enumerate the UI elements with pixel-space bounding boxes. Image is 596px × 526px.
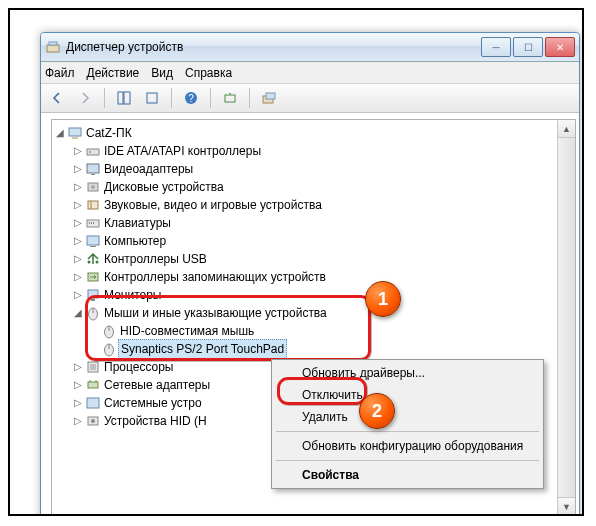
menu-file[interactable]: Файл [45,66,75,80]
device-manager-window: Диспетчер устройств ─ ☐ ✕ Файл Действие … [40,32,580,516]
tree-node-synaptics[interactable]: Synaptics PS/2 Port TouchPad [54,340,573,358]
toolbar-separator [171,88,172,108]
scroll-up-arrow[interactable]: ▲ [558,120,575,138]
devices-icon-button[interactable] [257,86,281,110]
tree-node-mice[interactable]: ◢ Мыши и иные указывающие устройства [54,304,573,322]
menu-separator [276,460,539,461]
context-menu: Обновить драйверы... Отключить Удалить О… [271,359,544,489]
minimize-button[interactable]: ─ [481,37,511,57]
device-category-icon [85,197,101,213]
svg-rect-38 [90,364,96,370]
svg-rect-10 [69,128,81,136]
root-label: CatZ-ПК [86,124,132,142]
window-title: Диспетчер устройств [66,40,481,54]
menu-help[interactable]: Справка [185,66,232,80]
device-category-icon [85,215,101,231]
svg-rect-4 [147,93,157,103]
menu-view[interactable]: Вид [151,66,173,80]
device-category-icon [85,413,101,429]
vertical-scrollbar[interactable]: ▲ ▼ [557,120,575,515]
tree-node[interactable]: ▷Звуковые, видео и игровые устройства [54,196,573,214]
svg-rect-9 [266,93,275,99]
help-button[interactable]: ? [179,86,203,110]
collapse-icon[interactable]: ◢ [72,304,84,322]
svg-rect-29 [88,290,98,298]
tree-node[interactable]: ▷Мониторы [54,286,573,304]
expand-icon[interactable]: ▷ [72,250,84,268]
tree-root[interactable]: ◢ CatZ-ПК [54,124,573,142]
device-category-icon [85,359,101,375]
scroll-track[interactable] [558,138,575,497]
tree-node[interactable]: ▷Дисковые устройства [54,178,573,196]
tree-node[interactable]: ▷Компьютер [54,232,573,250]
menu-refresh-config[interactable]: Обновить конфигурацию оборудования [274,435,541,457]
svg-point-13 [89,151,91,153]
svg-rect-12 [87,149,99,155]
svg-rect-14 [87,164,99,173]
forward-button[interactable] [73,86,97,110]
tree-node-hid-mouse[interactable]: HID-совместимая мышь [54,322,573,340]
tree-node[interactable]: ▷Клавиатуры [54,214,573,232]
toolbar-separator [210,88,211,108]
device-category-icon [85,251,101,267]
expand-icon[interactable]: ▷ [72,376,84,394]
expand-icon[interactable]: ▷ [72,178,84,196]
menubar: Файл Действие Вид Справка [41,62,579,84]
device-category-icon [85,269,101,285]
menu-update-drivers[interactable]: Обновить драйверы... [274,362,541,384]
menu-delete[interactable]: Удалить [274,406,541,428]
menu-action[interactable]: Действие [87,66,140,80]
svg-rect-1 [49,42,57,45]
expand-icon[interactable]: ▷ [72,358,84,376]
tree-node-label: Видеоадаптеры [104,160,193,178]
maximize-button[interactable]: ☐ [513,37,543,57]
menu-disable[interactable]: Отключить [274,384,541,406]
expand-icon[interactable]: ▷ [72,232,84,250]
expand-icon[interactable]: ▷ [72,412,84,430]
titlebar[interactable]: Диспетчер устройств ─ ☐ ✕ [41,33,579,62]
tree-node-label: Процессоры [104,358,174,376]
svg-rect-25 [90,246,96,247]
synaptics-label: Synaptics PS/2 Port TouchPad [118,339,287,359]
expand-icon[interactable]: ▷ [72,268,84,286]
tree-node-label: Звуковые, видео и игровые устройства [104,196,322,214]
svg-rect-0 [47,45,59,52]
mouse-icon [101,323,117,339]
svg-rect-24 [87,236,99,245]
tree-node[interactable]: ▷Контроллеры запоминающих устройств [54,268,573,286]
expand-icon[interactable]: ▷ [72,394,84,412]
tree-node[interactable]: ▷Видеоадаптеры [54,160,573,178]
marker-1: 1 [365,281,401,317]
device-category-icon [85,179,101,195]
svg-rect-7 [225,95,235,102]
tree-node-label: Мониторы [104,286,161,304]
close-button[interactable]: ✕ [545,37,575,57]
expand-icon[interactable]: ▷ [72,160,84,178]
expand-icon[interactable]: ▷ [72,196,84,214]
mice-cat-label: Мыши и иные указывающие устройства [104,304,327,322]
tree-node-label: Дисковые устройства [104,178,224,196]
tree-node[interactable]: ▷Контроллеры USB [54,250,573,268]
menu-properties[interactable]: Свойства [274,464,541,486]
toolbar: ? [41,84,579,113]
toolbar-separator [249,88,250,108]
svg-rect-30 [91,299,95,301]
expand-icon[interactable]: ▷ [72,286,84,304]
computer-icon [67,125,83,141]
svg-point-44 [91,419,95,423]
tree-node-label: Сетевые адаптеры [104,376,210,394]
menu-separator [276,431,539,432]
expand-icon[interactable]: ▷ [72,142,84,160]
collapse-icon[interactable]: ◢ [54,124,66,142]
svg-point-26 [88,261,91,264]
tree-node[interactable]: ▷IDE ATA/ATAPI контроллеры [54,142,573,160]
large-icons-button[interactable] [140,86,164,110]
detail-view-button[interactable] [112,86,136,110]
mouse-icon [101,341,117,357]
device-category-icon [85,287,101,303]
refresh-button[interactable] [218,86,242,110]
scroll-down-arrow[interactable]: ▼ [558,497,575,515]
back-button[interactable] [45,86,69,110]
tree-node-label: Системные устро [104,394,202,412]
expand-icon[interactable]: ▷ [72,214,84,232]
